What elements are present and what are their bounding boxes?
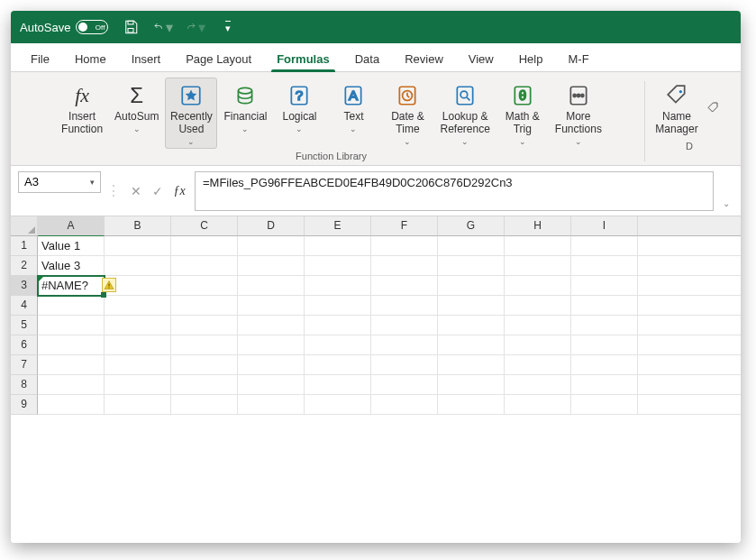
cell-f8[interactable]: [371, 375, 438, 395]
fx-button[interactable]: ƒx: [169, 181, 189, 201]
cell-b1[interactable]: [105, 236, 171, 256]
cell-g3[interactable]: [438, 276, 505, 296]
col-header-e[interactable]: E: [305, 216, 371, 236]
cell-f7[interactable]: [371, 355, 438, 375]
cell-b4[interactable]: [105, 296, 171, 316]
cell-i6[interactable]: [571, 335, 638, 355]
enter-formula-button[interactable]: ✓: [148, 181, 168, 201]
cell-f5[interactable]: [371, 316, 438, 335]
cell-b8[interactable]: [105, 375, 171, 395]
cell-d4[interactable]: [238, 296, 305, 316]
cell-e3[interactable]: [305, 276, 371, 296]
financial-button[interactable]: Financial ⌄: [219, 78, 271, 149]
row-header[interactable]: 5: [11, 316, 38, 335]
col-header-rest[interactable]: [638, 216, 741, 236]
cell-d6[interactable]: [238, 335, 305, 355]
recently-used-button[interactable]: Recently Used ⌄: [165, 78, 217, 149]
cell-i4[interactable]: [571, 296, 638, 316]
chevron-down-icon[interactable]: ▾: [90, 178, 95, 187]
cell-a4[interactable]: [38, 296, 105, 316]
cell-a7[interactable]: [38, 355, 105, 375]
formula-input[interactable]: =MFiles_PG96FFEABCED0E4FB49D0C206C876D29…: [195, 171, 714, 211]
cell-a6[interactable]: [38, 335, 105, 355]
cell-g8[interactable]: [438, 375, 505, 395]
cell-h4[interactable]: [505, 296, 571, 316]
tab-formulas[interactable]: Formulas: [266, 47, 341, 71]
cell-c6[interactable]: [171, 335, 238, 355]
cell-d2[interactable]: [238, 256, 305, 276]
cell-f9[interactable]: [371, 395, 438, 415]
col-header-g[interactable]: G: [438, 216, 505, 236]
cell-c1[interactable]: [171, 236, 238, 256]
autosave-toggle[interactable]: AutoSave Off: [20, 20, 108, 34]
cell-g2[interactable]: [438, 256, 505, 276]
tab-insert[interactable]: Insert: [121, 47, 172, 71]
cell-e5[interactable]: [305, 316, 371, 335]
lookup-reference-button[interactable]: Lookup & Reference ⌄: [435, 78, 494, 149]
cell-i9[interactable]: [571, 395, 638, 415]
col-header-i[interactable]: I: [571, 216, 638, 236]
cell-h8[interactable]: [505, 375, 571, 395]
row-header[interactable]: 9: [11, 395, 38, 415]
row-header[interactable]: 6: [11, 335, 38, 355]
col-header-b[interactable]: B: [105, 216, 171, 236]
save-icon[interactable]: [121, 17, 141, 37]
tab-home[interactable]: Home: [64, 47, 117, 71]
tab-review[interactable]: Review: [394, 47, 454, 71]
cell-b5[interactable]: [105, 316, 171, 335]
cell-h7[interactable]: [505, 355, 571, 375]
cell-e1[interactable]: [305, 236, 371, 256]
row-header[interactable]: 8: [11, 375, 38, 395]
insert-function-button[interactable]: fx Insert Function: [56, 78, 108, 149]
col-header-h[interactable]: H: [505, 216, 571, 236]
select-all-corner[interactable]: [11, 216, 38, 236]
cell-f3[interactable]: [371, 276, 438, 296]
cell-h1[interactable]: [505, 236, 571, 256]
autosum-button[interactable]: Σ AutoSum ⌄: [110, 78, 163, 149]
cell-g6[interactable]: [438, 335, 505, 355]
row-header[interactable]: 3: [11, 276, 38, 296]
cell-a2[interactable]: Value 3: [38, 256, 105, 276]
cell-g9[interactable]: [438, 395, 505, 415]
error-trace-button[interactable]: [102, 278, 116, 292]
cell-i3[interactable]: [571, 276, 638, 296]
cell-rest[interactable]: [638, 316, 741, 335]
cell-i8[interactable]: [571, 375, 638, 395]
col-header-f[interactable]: F: [371, 216, 438, 236]
cell-c5[interactable]: [171, 316, 238, 335]
cell-g7[interactable]: [438, 355, 505, 375]
cell-a3[interactable]: #NAME?: [38, 276, 105, 296]
cell-b2[interactable]: [105, 256, 171, 276]
cell-f2[interactable]: [371, 256, 438, 276]
cell-a9[interactable]: [38, 395, 105, 415]
cell-h2[interactable]: [505, 256, 571, 276]
cell-rest[interactable]: [638, 395, 741, 415]
cell-f4[interactable]: [371, 296, 438, 316]
cell-e2[interactable]: [305, 256, 371, 276]
cell-d7[interactable]: [238, 355, 305, 375]
col-header-d[interactable]: D: [238, 216, 305, 236]
text-button[interactable]: A Text ⌄: [327, 78, 379, 149]
name-box[interactable]: A3 ▾: [18, 171, 101, 193]
more-functions-button[interactable]: More Functions ⌄: [551, 78, 606, 149]
cell-rest[interactable]: [638, 296, 741, 316]
cell-f1[interactable]: [371, 236, 438, 256]
cell-d8[interactable]: [238, 375, 305, 395]
cell-e7[interactable]: [305, 355, 371, 375]
customize-qat-button[interactable]: ▾: [218, 17, 238, 37]
cell-e6[interactable]: [305, 335, 371, 355]
cell-a5[interactable]: [38, 316, 105, 335]
spreadsheet-grid[interactable]: A B C D E F G H I 1Value 12Value 33#NAME…: [11, 216, 741, 543]
cell-c2[interactable]: [171, 256, 238, 276]
math-trig-button[interactable]: θ Math & Trig ⌄: [496, 78, 549, 149]
cell-rest[interactable]: [638, 355, 741, 375]
tab-page-layout[interactable]: Page Layout: [175, 47, 262, 71]
redo-button[interactable]: ▾: [186, 17, 205, 37]
cell-c3[interactable]: [171, 276, 238, 296]
cell-g1[interactable]: [438, 236, 505, 256]
cell-d5[interactable]: [238, 316, 305, 335]
cell-g5[interactable]: [438, 316, 505, 335]
cell-i2[interactable]: [571, 256, 638, 276]
name-manager-button[interactable]: Name Manager: [651, 78, 703, 139]
cell-b7[interactable]: [105, 355, 171, 375]
